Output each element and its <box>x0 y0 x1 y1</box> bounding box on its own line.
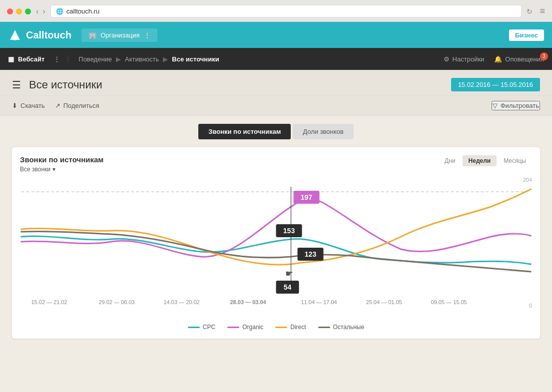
svg-text:14.03 — 20.02: 14.03 — 20.02 <box>164 299 200 305</box>
breadcrumb-item-2[interactable]: Активность <box>125 55 159 63</box>
svg-text:123: 123 <box>305 250 317 258</box>
breadcrumb-sep-1: ▶ <box>116 55 121 63</box>
notifications-label: Оповещения <box>505 55 544 63</box>
app-header: Calltouch 🏢 Организация ⋮ Бизнес <box>0 22 552 48</box>
period-months[interactable]: Месяцы <box>498 155 532 166</box>
chart-box: Звонки по источникам Все звонки ▾ Дни Не… <box>12 147 540 339</box>
cpc-line-swatch <box>188 327 200 328</box>
org-selector[interactable]: 🏢 Организация ⋮ <box>81 28 157 42</box>
browser-chrome: ‹ › 🌐 calltouch.ru ↻ ≡ <box>0 0 552 22</box>
legend-organic-label: Organic <box>242 324 263 331</box>
period-tab-group: Дни Недели Месяцы <box>439 155 532 166</box>
nav-buttons: ‹ › <box>36 7 45 16</box>
y-axis-min: 0 <box>529 303 532 309</box>
globe-icon: 🌐 <box>56 8 63 15</box>
website-more-button[interactable]: ⋮ <box>53 55 60 63</box>
logo-area: Calltouch <box>8 28 71 42</box>
chart-title: Звонки по источникам <box>20 155 103 164</box>
legend-cpc-label: CPC <box>203 324 215 331</box>
svg-text:15.02 — 21.02: 15.02 — 21.02 <box>31 299 67 305</box>
other-line-swatch <box>318 327 330 328</box>
all-calls-label: Все звонки <box>20 166 50 173</box>
minimize-button[interactable] <box>16 8 22 14</box>
all-calls-selector[interactable]: Все звонки ▾ <box>20 166 103 173</box>
bell-icon: 🔔 <box>494 55 502 63</box>
svg-point-1 <box>12 35 17 40</box>
y-axis-max: 204 <box>523 177 532 183</box>
svg-text:09.05 — 15.05: 09.05 — 15.05 <box>431 299 467 305</box>
notifications-button[interactable]: 🔔 Оповещения 3 <box>494 55 544 63</box>
org-label: Организация <box>100 31 139 39</box>
menu-button[interactable]: ≡ <box>540 6 545 16</box>
legend-organic: Organic <box>227 324 263 331</box>
legend-direct: Direct <box>275 324 306 331</box>
chart-svg: 197 153 123 54 15.02 — 21.02 29.02 — 06.… <box>20 177 532 317</box>
svg-text:54: 54 <box>284 283 292 291</box>
traffic-lights <box>7 8 31 14</box>
page-actions: ⬇ Скачать ↗ Поделиться ▽ Фильтровать <box>0 96 552 116</box>
legend-other-label: Остальные <box>333 324 365 331</box>
org-more-icon: ⋮ <box>144 31 150 39</box>
period-days[interactable]: Дни <box>439 155 461 166</box>
app-header-right: Бизнес <box>509 30 544 39</box>
chart-area: 204 197 <box>20 177 532 319</box>
logo-icon <box>8 28 22 42</box>
grid-icon: ▦ <box>8 55 14 63</box>
page-header: ☰ Все источники 15.02.2016 — 15.05.2016 <box>0 70 552 96</box>
chart-tab-group: Звонки по источникам Доли звонков <box>12 124 540 139</box>
address-bar[interactable]: 🌐 calltouch.ru <box>50 5 522 17</box>
notif-count-badge: 3 <box>540 52 548 60</box>
website-section: ▦ Вебсайт ⋮ <box>8 55 68 63</box>
svg-text:☛: ☛ <box>285 269 293 279</box>
sub-nav-right: ⚙ Настройки 🔔 Оповещения 3 <box>444 55 544 63</box>
reload-button[interactable]: ↻ <box>527 7 533 15</box>
chart-header: Звонки по источникам Все звонки ▾ Дни Не… <box>20 155 532 173</box>
forward-button[interactable]: › <box>42 7 45 16</box>
breadcrumb-current: Все источники <box>172 55 219 63</box>
organic-line-swatch <box>227 327 239 328</box>
svg-text:153: 153 <box>283 227 295 235</box>
share-label: Поделиться <box>63 102 99 109</box>
download-label: Скачать <box>20 102 45 109</box>
sub-nav: ▦ Вебсайт ⋮ Поведение ▶ Активность ▶ Все… <box>0 48 552 70</box>
chart-title-area: Звонки по источникам Все звонки ▾ <box>20 155 103 173</box>
direct-line-swatch <box>275 327 287 328</box>
maximize-button[interactable] <box>25 8 31 14</box>
close-button[interactable] <box>7 8 13 14</box>
breadcrumb: Поведение ▶ Активность ▶ Все источники <box>78 55 219 63</box>
legend-cpc: CPC <box>188 324 215 331</box>
hamburger-menu[interactable]: ☰ <box>12 79 21 91</box>
filter-button[interactable]: ▽ Фильтровать <box>492 101 540 110</box>
breadcrumb-item-1[interactable]: Поведение <box>78 55 112 63</box>
share-icon: ↗ <box>55 102 60 109</box>
logo-text: Calltouch <box>26 29 71 41</box>
settings-icon: ⚙ <box>444 55 450 63</box>
tab-call-shares[interactable]: Доли звонков <box>293 124 353 139</box>
download-button[interactable]: ⬇ Скачать <box>12 102 45 109</box>
building-icon: 🏢 <box>88 31 96 39</box>
settings-button[interactable]: ⚙ Настройки <box>444 55 485 63</box>
legend-direct-label: Direct <box>290 324 306 331</box>
tab-calls-by-source[interactable]: Звонки по источникам <box>198 124 291 139</box>
svg-text:11.04 — 17.04: 11.04 — 17.04 <box>301 299 337 305</box>
svg-text:25.04 — 01.05: 25.04 — 01.05 <box>366 299 402 305</box>
svg-text:28.03 — 03.04: 28.03 — 03.04 <box>230 299 267 305</box>
chart-container: Звонки по источникам Доли звонков Звонки… <box>0 116 552 347</box>
svg-text:29.02 — 06.03: 29.02 — 06.03 <box>99 299 135 305</box>
download-icon: ⬇ <box>12 102 17 109</box>
share-button[interactable]: ↗ Поделиться <box>55 102 99 109</box>
settings-label: Настройки <box>453 55 485 63</box>
chevron-down-icon: ▾ <box>52 166 55 173</box>
page-title: Все источники <box>29 78 451 91</box>
date-range-badge[interactable]: 15.02.2016 — 15.05.2016 <box>451 78 540 91</box>
svg-text:197: 197 <box>301 193 313 201</box>
period-weeks[interactable]: Недели <box>463 155 497 166</box>
legend-other: Остальные <box>318 324 365 331</box>
back-button[interactable]: ‹ <box>36 7 38 16</box>
website-label-text: Вебсайт <box>18 55 44 63</box>
biz-badge: Бизнес <box>509 29 544 41</box>
page-content: ☰ Все источники 15.02.2016 — 15.05.2016 … <box>0 70 552 347</box>
filter-label: Фильтровать <box>501 102 539 109</box>
breadcrumb-sep-2: ▶ <box>163 55 168 63</box>
chart-legend: CPC Organic Direct Остальные <box>20 324 532 331</box>
